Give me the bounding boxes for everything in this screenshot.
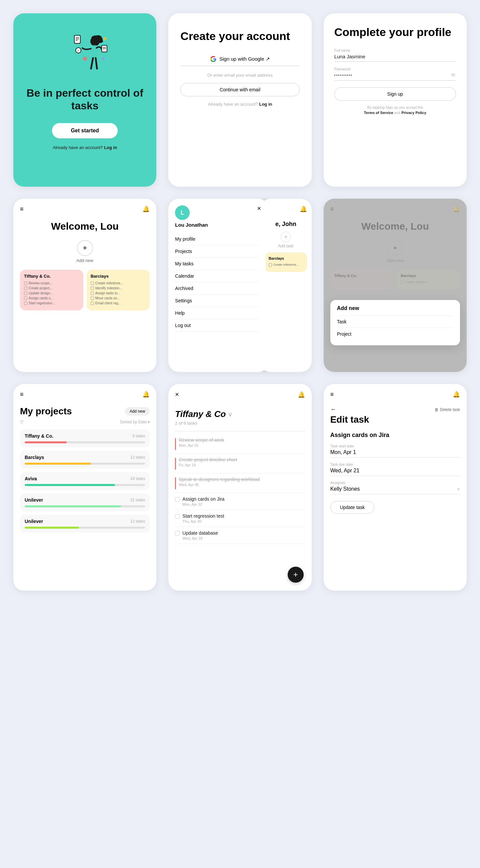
create-account-screen: Create your account Sign up with Google … [168,13,311,187]
overdue-task-1[interactable]: Review scope of work Mon, Apr 01 [175,434,305,454]
menu-item-help[interactable]: Help [175,307,259,319]
already-have-account: Already have an account? Log in [180,102,299,107]
svg-line-2 [91,58,93,69]
chevron-down-icon[interactable]: ∨ [228,411,232,418]
password-field[interactable]: •••••••••• 👁 [334,72,456,81]
complete-profile-screen: Complete your profile Full name Luna Jas… [324,13,467,187]
add-new-circle-peek[interactable]: + [280,232,291,242]
projects-header: My projects Add new [20,406,150,417]
bell-icon[interactable]: 🔔 [142,205,150,213]
topbar: ≡ 🔔 [20,205,150,213]
filter-icon[interactable]: ▽ [20,419,24,425]
overdue-task-3[interactable]: Speak to designers regarding workload We… [175,473,305,493]
project-card-barclays-peek[interactable]: Barclays Create milestone... [265,252,307,272]
terms-link[interactable]: Terms of Service [364,111,393,115]
trash-icon: 🗑 [435,407,439,412]
privacy-link[interactable]: Privacy Policy [401,111,426,115]
menu-item-settings[interactable]: Settings [175,294,259,307]
bell-icon[interactable]: 🔔 [298,391,305,398]
add-new-btn[interactable]: Add new [125,407,150,416]
splash-login-link[interactable]: Log in [104,145,117,150]
chevron-down-icon: ∨ [457,487,460,491]
due-date-field: Task due date Wed, Apr 21 [330,462,460,476]
task-date: Mon, Apr 22 [182,502,224,506]
gray-overlay[interactable] [324,199,467,372]
task-count: 12 tasks [130,519,145,524]
splash-screen: ✓ Be in perfect control of tasks Get sta… [13,13,156,187]
splash-title: Be in perfect control of tasks [24,87,146,112]
task-checkbox[interactable] [175,497,180,502]
tiffany-project-screen: × 🔔 Tiffany & Co ∨ 2 of 6 tasks Review s… [168,384,311,591]
menu-item-logout[interactable]: Log out [175,319,259,332]
task-name: Start regression test [182,513,224,519]
fullname-field[interactable]: Luna Jasmine [334,54,456,62]
continue-email-button[interactable]: Continue with email [180,83,299,96]
menu-item-profile[interactable]: My profile [175,233,259,245]
project-name: Unilever [25,519,43,524]
eye-icon[interactable]: 👁 [451,72,456,78]
svg-point-13 [83,57,87,61]
bell-icon[interactable]: 🔔 [300,205,307,213]
project-name: Tiffany & Co. [25,433,53,439]
close-button[interactable]: × [175,391,179,398]
card-task: Assign cards o... [24,296,79,300]
overdue-bar [175,458,176,470]
due-date-value[interactable]: Wed, Apr 21 [330,468,460,476]
project-list-unilever1[interactable]: Unilever 31 tasks [20,493,150,512]
google-signup-button[interactable]: Sign up with Google ↗ [180,52,299,66]
menu-icon[interactable]: ≡ [20,206,24,213]
normal-task-3[interactable]: Update database Wed, Apr 29 [175,527,305,544]
menu-icon[interactable]: ≡ [20,391,24,398]
menu-item-archived[interactable]: Archived [175,282,259,294]
card-task: Update design... [24,291,79,295]
menu-item-calendar[interactable]: Calendar [175,270,259,282]
project-list-unilever2[interactable]: Unilever 12 tasks [20,515,150,533]
card-title: Tiffany & Co. [24,274,79,279]
splash-illustration: ✓ [58,25,112,87]
card-task: Email client reg... [91,301,146,305]
signup-button[interactable]: Sign up [334,87,456,101]
overdue-task-2[interactable]: Create project timeline chart Fri, Apr 1… [175,454,305,473]
sort-text[interactable]: Sorted by Date ▾ [120,420,150,424]
bell-icon[interactable]: 🔔 [142,391,150,398]
task-checkbox[interactable] [175,531,180,536]
project-card-tiffany[interactable]: Tiffany & Co. Review scope... Create pro… [20,270,83,310]
popup-project-item[interactable]: Project [337,328,453,340]
project-list-aviva[interactable]: Aviva 24 tasks [20,472,150,490]
card-task: Assign tasks to... [91,291,146,295]
add-new-overlay-screen: ≡ 🔔 Welcome, Lou + Add new Tiffany & Co.… [324,199,467,372]
projects-title: My projects [20,406,72,417]
fab-button[interactable]: + [288,567,304,583]
menu-item-projects[interactable]: Projects [175,245,259,258]
task-date: Wed, Apr 29 [182,536,218,540]
popup-task-item[interactable]: Task [337,315,453,328]
project-list-tiffany[interactable]: Tiffany & Co. 6 tasks [20,429,150,447]
assignee-row[interactable]: Kelly Stones ∨ [330,486,460,494]
back-button[interactable]: ← [330,406,336,413]
update-task-button[interactable]: Update task [330,501,375,514]
add-new-label-peek: + Add task [265,232,307,248]
svg-point-15 [102,57,105,60]
splash-login-text: Already have an account? Log in [53,145,117,150]
welcome-title: Welcome, Lou [20,221,150,232]
add-new-button[interactable]: + [77,240,93,256]
menu-close-button[interactable]: × [257,205,261,212]
menu-item-tasks[interactable]: My tasks [175,258,259,270]
google-icon [210,56,217,62]
task-name: Assign cards on Jira [182,496,224,502]
task-checkbox[interactable] [175,514,180,519]
get-started-button[interactable]: Get started [52,123,117,138]
menu-icon[interactable]: ≡ [330,391,334,398]
normal-task-1[interactable]: Assign cards on Jira Mon, Apr 22 [175,493,305,510]
topbar: × 🔔 [175,391,305,401]
project-list-barclays[interactable]: Barclays 12 tasks [20,451,150,469]
delete-task-button[interactable]: 🗑 Delete task [435,407,460,412]
normal-task-2[interactable]: Start regression test Thu, Apr 30 [175,510,305,527]
start-date-value[interactable]: Mon, Apr 1 [330,450,460,458]
task-count: 6 tasks [132,434,145,438]
right-peek: 🔔 e, John + Add task Barclays Create mil… [260,199,312,372]
login-link[interactable]: Log in [259,102,272,107]
edit-task-screen: ≡ 🔔 ← 🗑 Delete task Edit task Assign car… [324,384,467,591]
bell-icon[interactable]: 🔔 [453,391,460,398]
project-card-barclays[interactable]: Barclays Create milestone... Identify mi… [87,270,150,310]
